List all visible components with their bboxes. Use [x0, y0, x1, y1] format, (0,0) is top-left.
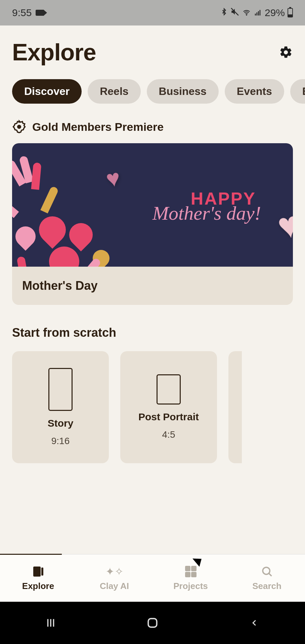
featured-overlay-line2: Mother's day!: [152, 202, 261, 224]
cursor-icon: [192, 554, 205, 567]
mute-icon: [230, 7, 239, 18]
aspect-icon: [48, 368, 73, 411]
scratch-card-story[interactable]: Story 9:16: [12, 351, 109, 463]
svg-point-7: [263, 567, 270, 574]
premiere-badge-icon: [12, 120, 26, 134]
scratch-name: Post Portrait: [138, 411, 199, 423]
svg-rect-3: [256, 12, 257, 15]
signal-icon: [254, 7, 262, 18]
svg-rect-5: [260, 10, 261, 15]
tab-reels[interactable]: Reels: [88, 79, 140, 104]
android-nav-bar: [0, 602, 305, 644]
scratch-card-post-portrait[interactable]: Post Portrait 4:5: [120, 351, 217, 463]
heart-icon: ♥: [274, 202, 293, 248]
nav-clay-ai[interactable]: ✦✧ Clay AI: [76, 554, 152, 602]
scratch-ratio: 9:16: [51, 436, 70, 446]
home-button[interactable]: [132, 616, 173, 629]
svg-line-8: [269, 574, 271, 576]
featured-card[interactable]: ♥ ♥ HAPPY Mother's day! Mother's Day: [12, 143, 293, 305]
scratch-row: Story 9:16 Post Portrait 4:5: [0, 351, 305, 463]
nav-label: Projects: [173, 581, 208, 591]
explore-icon: [32, 565, 45, 578]
wifi-icon: [242, 7, 251, 18]
page-title: Explore: [12, 39, 96, 66]
svg-rect-2: [255, 14, 256, 15]
nav-label: Clay AI: [100, 581, 129, 591]
premiere-label: Gold Members Premiere: [32, 120, 164, 133]
gear-icon: [279, 45, 293, 59]
back-button[interactable]: [234, 618, 274, 628]
svg-rect-12: [148, 619, 157, 627]
search-icon: [260, 565, 274, 578]
battery-percent: 29%: [265, 7, 285, 18]
nav-label: Search: [252, 581, 281, 591]
scratch-name: Story: [48, 418, 74, 429]
video-recording-icon: [36, 10, 44, 16]
settings-button[interactable]: [279, 45, 293, 59]
status-left: 9:55: [12, 7, 44, 18]
scratch-card-next[interactable]: [228, 351, 242, 463]
aspect-icon: [157, 374, 181, 405]
tab-events[interactable]: Events: [225, 79, 284, 104]
premiere-row[interactable]: Gold Members Premiere: [0, 114, 305, 143]
header: Explore: [0, 25, 305, 72]
projects-icon: [184, 565, 198, 578]
category-tabs: Discover Reels Business Events B: [0, 72, 305, 114]
nav-search[interactable]: Search: [229, 554, 305, 602]
sparkle-icon: ✦✧: [108, 565, 121, 578]
status-time: 9:55: [12, 7, 32, 18]
battery-icon: [288, 8, 293, 17]
svg-point-6: [18, 125, 21, 128]
nav-label: Explore: [22, 581, 54, 591]
tab-discover[interactable]: Discover: [12, 79, 82, 104]
tab-business[interactable]: Business: [147, 79, 219, 104]
scratch-section-title: Start from scratch: [0, 324, 305, 351]
recents-button[interactable]: [31, 617, 71, 629]
flowers-illustration: [12, 153, 140, 267]
nav-explore[interactable]: Explore: [0, 554, 76, 602]
nav-projects[interactable]: Projects: [152, 554, 229, 602]
featured-caption: Mother's Day: [12, 267, 293, 305]
bottom-nav: Explore ✦✧ Clay AI Projects Search: [0, 554, 305, 602]
android-status-bar: 9:55 29%: [0, 0, 305, 25]
content-area: Explore Discover Reels Business Events B…: [0, 25, 305, 554]
svg-rect-4: [258, 11, 259, 15]
status-right: 29%: [220, 7, 293, 19]
scratch-ratio: 4:5: [162, 429, 175, 440]
svg-point-1: [246, 14, 247, 15]
featured-image: ♥ ♥ HAPPY Mother's day!: [12, 143, 293, 267]
tab-more[interactable]: B: [290, 79, 305, 104]
bluetooth-icon: [220, 7, 228, 19]
